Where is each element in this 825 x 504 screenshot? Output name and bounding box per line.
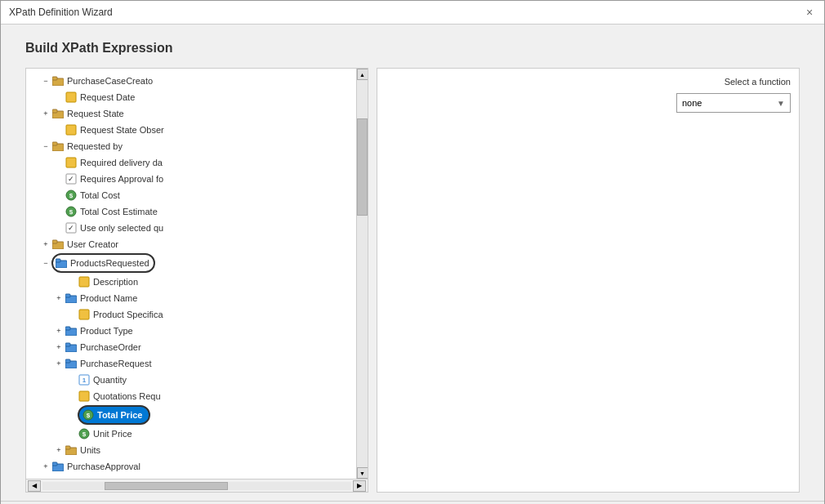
svg-rect-26 — [65, 327, 70, 330]
function-select-container: none ▼ — [386, 93, 791, 113]
tree-item[interactable]: ✓ Use only selected qu — [26, 220, 356, 236]
tree-item[interactable]: Request State Obser — [26, 122, 356, 138]
scroll-track[interactable] — [357, 80, 368, 467]
expand-icon — [54, 158, 64, 167]
tree-row-wrapper: − PurchaseCaseCreato Request Date — [26, 69, 368, 479]
folder-icon — [51, 74, 65, 87]
tree-item[interactable]: + PurchaseOrder — [26, 339, 356, 355]
function-select-label: Select a function — [386, 77, 791, 87]
tree-item[interactable]: $ Total Cost Estimate — [26, 203, 356, 220]
tree-item-label: Unit Price — [93, 426, 132, 441]
chevron-down-icon: ▼ — [777, 99, 785, 108]
tree-item[interactable]: Request Date — [26, 89, 356, 105]
tree-item[interactable]: + Request State — [26, 105, 356, 122]
expand-icon — [67, 375, 77, 385]
tree-item[interactable]: 1 Quantity — [26, 372, 356, 388]
tree-item[interactable]: Product Specifica — [26, 306, 356, 323]
expand-icon[interactable]: − — [41, 141, 51, 151]
tree-item[interactable]: + Units — [26, 442, 356, 458]
tree-item-label: Requires Approval fo — [80, 172, 163, 186]
green-icon: $ — [65, 205, 78, 218]
tree-item[interactable]: Quotations Requ — [26, 388, 356, 404]
tree-panel: − PurchaseCaseCreato Request Date — [25, 68, 368, 493]
expand-icon[interactable]: + — [54, 445, 64, 455]
tree-item[interactable]: Description — [26, 274, 356, 290]
oval-highlight-products: ProductsRequested — [51, 253, 155, 273]
scroll-thumb-h[interactable] — [105, 482, 228, 490]
right-panel: Select a function none ▼ — [377, 68, 800, 493]
close-button[interactable]: × — [803, 6, 816, 19]
scroll-thumb[interactable] — [357, 118, 368, 216]
expand-icon[interactable]: + — [54, 326, 64, 336]
expand-icon — [54, 92, 64, 102]
field-icon — [78, 275, 91, 288]
tree-item[interactable]: ✓ Requires Approval fo — [26, 171, 356, 187]
tree-item-label: Required delivery da — [80, 155, 163, 170]
tree-item-label: Units — [80, 443, 100, 457]
tree-item-total-price[interactable]: $ Total Price — [26, 404, 356, 426]
tree-item[interactable]: + PurchaseApproval — [26, 458, 356, 475]
expand-icon — [67, 310, 77, 319]
tree-item-products-requested[interactable]: − ProductsRequested — [26, 252, 356, 274]
svg-rect-28 — [65, 343, 70, 346]
footer: ? << Back Next > > — [1, 501, 824, 504]
green-circle-icon: $ — [82, 408, 95, 421]
tree-item-label: PurchaseRequest — [80, 356, 151, 371]
scroll-up-button[interactable]: ▲ — [357, 69, 368, 80]
svg-rect-18 — [52, 240, 57, 243]
expand-icon[interactable]: − — [41, 76, 51, 86]
tree-item-label: Total Cost — [80, 188, 120, 203]
expand-icon[interactable]: + — [54, 359, 64, 368]
scroll-right-button[interactable]: ▶ — [353, 480, 366, 492]
field-icon — [78, 390, 91, 403]
scroll-track-h[interactable] — [42, 482, 351, 490]
tree-item[interactable]: Required delivery da — [26, 154, 356, 171]
expand-icon[interactable]: + — [54, 342, 64, 352]
folder-blue-icon — [55, 256, 68, 270]
tree-item-label: Use only selected qu — [80, 221, 163, 235]
folder-blue-icon — [65, 341, 78, 354]
tree-content[interactable]: − PurchaseCaseCreato Request Date — [26, 69, 356, 479]
svg-rect-20 — [56, 259, 60, 262]
check-icon: ✓ — [65, 172, 78, 185]
number-icon: 1 — [78, 373, 91, 386]
expand-icon[interactable]: + — [41, 109, 51, 118]
expand-icon[interactable]: + — [41, 462, 51, 471]
tree-item-label: Total Price — [97, 408, 142, 422]
expand-icon — [67, 391, 77, 401]
oval-highlight-total-price: $ Total Price — [78, 405, 150, 425]
horizontal-scrollbar[interactable]: ◀ ▶ — [26, 479, 368, 492]
expand-icon — [54, 207, 64, 216]
content-area: Build XPath Expression − PurchaseCaseCre… — [1, 25, 824, 501]
svg-rect-30 — [65, 359, 70, 363]
scroll-down-button[interactable]: ▼ — [357, 467, 368, 479]
tree-item-label: Quotations Requ — [93, 389, 161, 404]
tree-item[interactable]: + Product Type — [26, 323, 356, 339]
expand-icon — [54, 190, 64, 200]
expand-icon — [67, 429, 77, 439]
svg-text:$: $ — [82, 430, 87, 438]
scroll-left-button[interactable]: ◀ — [28, 480, 41, 492]
tree-item-label: ProductsRequested — [70, 256, 149, 270]
tree-item[interactable]: + PurchaseRequest — [26, 355, 356, 372]
expand-icon — [67, 410, 77, 420]
tree-item[interactable]: $ Unit Price — [26, 426, 356, 442]
tree-item[interactable]: $ Total Cost — [26, 187, 356, 203]
field-icon — [65, 156, 78, 169]
expand-icon[interactable]: − — [41, 258, 51, 268]
function-dropdown[interactable]: none ▼ — [676, 93, 791, 113]
tree-item[interactable]: − PurchaseCaseCreato — [26, 73, 356, 89]
svg-rect-21 — [79, 277, 89, 287]
tree-item-label: Total Cost Estimate — [80, 204, 158, 219]
expand-icon[interactable]: + — [41, 239, 51, 249]
tree-item[interactable]: + User Creator — [26, 236, 356, 252]
expand-icon[interactable]: + — [54, 293, 64, 303]
vertical-scrollbar[interactable]: ▲ ▼ — [356, 69, 368, 479]
tree-item[interactable]: − Requested by — [26, 138, 356, 154]
tree-item-label: PurchaseApproval — [67, 459, 140, 474]
folder-icon — [51, 107, 65, 120]
tree-rows: − PurchaseCaseCreato Request Date — [26, 69, 356, 479]
svg-rect-41 — [52, 462, 57, 466]
tree-item[interactable]: + Product Name — [26, 290, 356, 306]
svg-text:✓: ✓ — [68, 224, 74, 232]
